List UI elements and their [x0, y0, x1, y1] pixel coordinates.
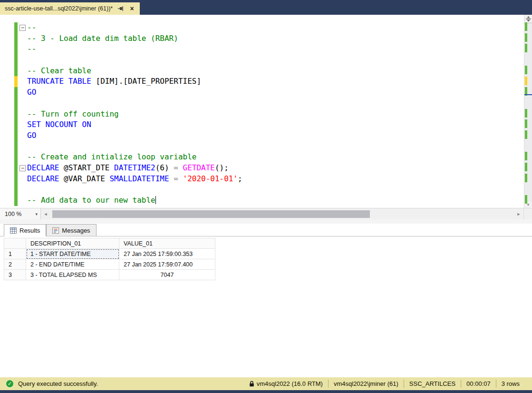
scroll-right-arrow[interactable]: ►	[514, 208, 523, 219]
tab-messages-label: Messages	[62, 227, 90, 234]
horizontal-scrollbar-row: 100 % ▾ ◄ ►	[0, 208, 532, 219]
grid-column-header[interactable]: DESCRIPTION_01	[26, 238, 119, 249]
current-database: SSC_ARTILCES	[409, 380, 455, 387]
code-line[interactable]	[0, 141, 513, 152]
results-grid-icon	[10, 227, 17, 234]
grid-column-header[interactable]: VALUE_01	[119, 238, 215, 249]
result-row: 33 - TOTAL ELAPSED MS7047	[4, 270, 215, 280]
lock-icon	[249, 381, 254, 387]
grid-cell[interactable]: 3 - TOTAL ELAPSED MS	[26, 270, 119, 280]
result-row: 22 - END DATE/TIME27 Jan 2025 17:59:07.4…	[4, 259, 215, 270]
status-separator	[328, 380, 329, 388]
code-line[interactable]: -- Clear table	[0, 66, 513, 77]
scrollbar-change-mark	[525, 109, 527, 118]
results-pane-splitter[interactable]	[0, 219, 532, 224]
code-lines: −---- 3 - Load date dim table (RBAR)----…	[0, 22, 513, 206]
messages-icon	[52, 227, 59, 234]
server-name: vm4sql2022 (16.0 RTM)	[257, 380, 323, 387]
tab-results-label: Results	[19, 227, 40, 234]
scrollbar-corner	[523, 208, 532, 219]
tab-results[interactable]: Results	[4, 224, 46, 236]
code-line[interactable]: GO	[0, 87, 513, 98]
document-tab-bar: ssc-article-use-tall...sql2022\jminer (6…	[0, 0, 532, 15]
code-line[interactable]: -- Turn off counting	[0, 109, 513, 120]
status-message: Query executed successfully.	[18, 380, 98, 387]
status-separator	[404, 380, 404, 388]
result-row: 11 - START DATE/TIME27 Jan 2025 17:59:00…	[4, 249, 215, 259]
grid-cell[interactable]: 1 - START DATE/TIME	[26, 249, 119, 259]
results-tab-strip: Results Messages	[0, 224, 532, 236]
code-line[interactable]	[0, 98, 513, 109]
pin-icon[interactable]	[117, 5, 124, 12]
code-line[interactable]: TRUNCATE TABLE [DIM].[DATE_PROPERTIES]	[0, 76, 513, 87]
pin-icon-glyph	[117, 5, 124, 12]
status-bar-right: vm4sql2022 (16.0 RTM) vm4sql2022\jminer …	[249, 380, 526, 388]
row-count: 3 rows	[502, 380, 520, 387]
code-line[interactable]	[0, 55, 513, 66]
close-icon[interactable]: ×	[128, 5, 135, 12]
code-line[interactable]: −--	[0, 22, 513, 33]
grid-corner-cell[interactable]	[4, 238, 26, 249]
scrollbar-change-mark	[525, 119, 527, 128]
window-bottom-edge	[0, 390, 532, 393]
scrollbar-change-mark	[525, 174, 527, 182]
horizontal-scrollbar-track[interactable]	[50, 208, 514, 219]
splitter-icon	[526, 16, 531, 22]
grid-cell[interactable]: 27 Jan 2025 17:59:07.400	[119, 259, 215, 270]
scrollbar-change-mark	[525, 130, 527, 139]
row-number-cell[interactable]: 3	[4, 270, 26, 280]
vertical-scrollbar[interactable]: ▼	[524, 15, 532, 208]
chevron-down-icon: ▾	[35, 212, 38, 216]
code-line[interactable]: DECLARE @VAR_DATE SMALLDATETIME = '2020-…	[0, 174, 513, 185]
results-grid[interactable]: DESCRIPTION_01 VALUE_01 11 - START DATE/…	[4, 238, 215, 280]
fold-collapse-icon[interactable]: −	[19, 25, 26, 31]
scrollbar-change-mark	[525, 66, 527, 74]
code-editor[interactable]: −---- 3 - Load date dim table (RBAR)----…	[0, 15, 524, 208]
vertical-scrollbar-track[interactable]	[524, 23, 532, 202]
document-tab-title: ssc-article-use-tall...sql2022\jminer (6…	[5, 5, 113, 12]
scrollbar-change-mark	[525, 152, 527, 160]
code-line[interactable]: -- Create and intialize loop variable	[0, 152, 513, 163]
code-line[interactable]: -- 3 - Load date dim table (RBAR)	[0, 33, 513, 44]
success-check-icon: ✓	[6, 380, 14, 388]
code-line[interactable]: −DECLARE @START_DTE DATETIME2(6) = GETDA…	[0, 163, 513, 174]
grid-cell[interactable]: 2 - END DATE/TIME	[26, 259, 119, 270]
scrollbar-change-mark	[525, 163, 527, 171]
status-bar: ✓ Query executed successfully. vm4sql202…	[0, 377, 532, 390]
execution-time: 00:00:07	[466, 380, 491, 387]
code-line[interactable]: --	[0, 44, 513, 55]
code-line[interactable]: SET NOCOUNT ON	[0, 119, 513, 130]
scroll-down-arrow[interactable]: ▼	[524, 202, 532, 208]
connection-user: vm4sql2022\jminer (61)	[334, 380, 398, 387]
code-line[interactable]	[0, 184, 513, 195]
grid-cell[interactable]: 7047	[119, 270, 215, 280]
grid-cell[interactable]: 27 Jan 2025 17:59:00.353	[119, 249, 215, 259]
horizontal-scrollbar-thumb[interactable]	[52, 210, 370, 218]
scroll-left-arrow[interactable]: ◄	[41, 208, 50, 219]
status-separator	[496, 380, 496, 388]
document-tab[interactable]: ssc-article-use-tall...sql2022\jminer (6…	[0, 2, 140, 15]
fold-collapse-icon[interactable]: −	[19, 165, 26, 171]
code-line[interactable]: -- Add data to our new table	[0, 195, 513, 206]
grid-header-row: DESCRIPTION_01 VALUE_01	[4, 238, 215, 249]
status-separator	[461, 380, 461, 388]
zoom-level-dropdown[interactable]: 100 % ▾	[0, 208, 41, 219]
server-status-item: vm4sql2022 (16.0 RTM)	[249, 380, 323, 387]
row-number-cell[interactable]: 2	[4, 259, 26, 270]
code-line[interactable]: GO	[0, 130, 513, 141]
scrollbar-change-mark	[525, 44, 527, 52]
results-grid-area: DESCRIPTION_01 VALUE_01 11 - START DATE/…	[0, 236, 532, 377]
text-caret	[155, 196, 156, 204]
row-number-cell[interactable]: 1	[4, 249, 26, 259]
scrollbar-change-mark	[525, 22, 527, 31]
scrollbar-change-mark	[525, 33, 527, 42]
scrollbar-change-mark	[525, 77, 527, 85]
tab-messages[interactable]: Messages	[46, 224, 96, 236]
zoom-level-value: 100 %	[5, 211, 21, 217]
scrollbar-caret-position-mark	[524, 94, 532, 95]
